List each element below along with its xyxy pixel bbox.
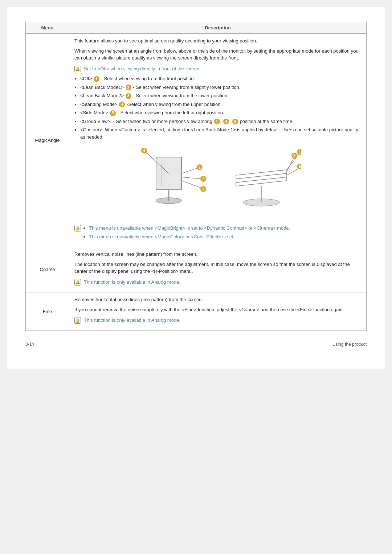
- menu-label-magicangle: MagicAngle: [26, 34, 69, 247]
- coarse-note: This function is only available in Analo…: [84, 279, 180, 286]
- list-item: <Lean Back Mode1> 2 - Select when viewin…: [80, 84, 361, 91]
- fine-line2: If you cannot remove the noise completel…: [74, 306, 361, 313]
- footer-section-title: Using the product: [332, 342, 367, 347]
- list-item: <Off> 1 - Select when viewing from the f…: [80, 75, 361, 82]
- col-header-menu: Menu: [26, 22, 69, 34]
- page: Menu Description MagicAngle This feature…: [7, 7, 385, 369]
- svg-line-29: [287, 168, 299, 175]
- note-icon-fine: 🔔: [74, 317, 81, 324]
- table-row: Fine Removes horizontal noise lines (lin…: [26, 292, 367, 331]
- main-table: Menu Description MagicAngle This feature…: [25, 22, 367, 331]
- svg-text:2: 2: [202, 177, 204, 181]
- menu-label-coarse: Coarse: [26, 247, 69, 292]
- list-item: <Side Mode> 5 - Select when viewing from…: [80, 109, 361, 116]
- bottom-notes: 🔔 This menu is unavailable when <MagicBr…: [74, 225, 361, 242]
- list-item: <Custom> -When <Custom> is selected, set…: [80, 126, 361, 140]
- description-magicangle: This feature allows you to see optimal s…: [69, 34, 367, 247]
- svg-line-12: [181, 177, 201, 179]
- svg-text:3: 3: [202, 187, 204, 191]
- coarse-line1: Removes vertical noise lines (line patte…: [74, 251, 361, 258]
- note-icon-2: 🔔: [74, 225, 81, 231]
- note-icon-1: 🔔: [74, 66, 81, 72]
- col-header-description: Description: [69, 22, 367, 34]
- svg-text:5: 5: [293, 154, 295, 158]
- footer-page-number: 3-14: [25, 342, 34, 347]
- fine-note: This function is only available in Analo…: [84, 317, 180, 324]
- intro-text-2: When viewing the screen at an angle from…: [74, 48, 361, 62]
- note-item-2: This menu is unavailable when <MagicColo…: [89, 233, 290, 241]
- svg-text:4: 4: [143, 149, 145, 153]
- intro-text-1: This feature allows you to see optimal s…: [74, 37, 361, 45]
- svg-text:1: 1: [199, 165, 201, 169]
- note-text-1: Set to <Off> when viewing directly in fr…: [84, 65, 201, 73]
- list-item: <Standing Mode> 4 -Select when viewing f…: [80, 101, 361, 108]
- svg-text:5: 5: [299, 165, 301, 169]
- diagram-area: 4 1 2 3: [74, 146, 361, 219]
- table-row: Coarse Removes vertical noise lines (lin…: [26, 247, 367, 292]
- list-item: <Lean Back Mode2> 3 - Select when viewin…: [80, 92, 361, 99]
- note-icon-coarse: 🔔: [74, 279, 81, 286]
- coarse-line2: The location of the screen may be change…: [74, 261, 361, 275]
- svg-line-32: [287, 157, 294, 172]
- note-row-1: 🔔 This menu is unavailable when <MagicBr…: [74, 225, 361, 242]
- menu-label-fine: Fine: [26, 292, 69, 331]
- description-coarse: Removes vertical noise lines (line patte…: [69, 247, 367, 292]
- svg-text:1: 1: [299, 150, 301, 154]
- footer: 3-14 Using the product: [25, 342, 367, 347]
- svg-line-9: [181, 168, 198, 173]
- angle-diagram: 4 1 2 3: [134, 146, 301, 219]
- note-item-1: This menu is unavailable when <MagicBrig…: [89, 225, 290, 232]
- table-row: MagicAngle This feature allows you to se…: [26, 34, 367, 247]
- bullet-list: <Off> 1 - Select when viewing from the f…: [80, 75, 361, 140]
- list-item: <Group View> - Select when two or more p…: [80, 118, 361, 125]
- svg-line-15: [181, 181, 201, 188]
- fine-line1: Removes horizontal noise lines (line pat…: [74, 296, 361, 303]
- description-fine: Removes horizontal noise lines (line pat…: [69, 292, 367, 331]
